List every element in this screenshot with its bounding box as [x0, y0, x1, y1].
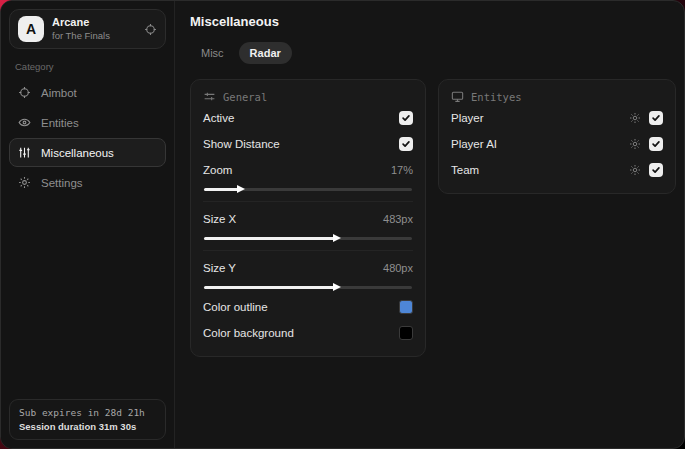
size-y-slider[interactable] — [204, 282, 412, 292]
active-checkbox[interactable] — [399, 111, 413, 125]
player-ai-checkbox[interactable] — [649, 137, 663, 151]
sidebar-item-label: Aimbot — [41, 87, 77, 99]
gear-icon — [18, 176, 31, 189]
sub-expires-text: Sub expires in 28d 21h — [19, 407, 156, 418]
color-row-background: Color background — [203, 322, 413, 344]
category-label: Category — [15, 61, 162, 72]
brand-name: Arcane — [52, 16, 136, 30]
show-distance-checkbox[interactable] — [399, 137, 413, 151]
team-checkbox[interactable] — [649, 163, 663, 177]
brand-card: A Arcane for The Finals — [9, 9, 166, 49]
color-background-swatch[interactable] — [399, 326, 413, 340]
entities-card: Entityes Player — [438, 79, 676, 194]
slider-group-size-y: Size Y 480px — [203, 250, 413, 292]
session-duration-text: Session duration 31m 30s — [19, 421, 156, 432]
check-icon — [651, 165, 661, 175]
entity-row-team: Team — [451, 159, 663, 181]
check-icon — [651, 139, 661, 149]
sliders-horizontal-icon — [203, 90, 216, 103]
sidebar: A Arcane for The Finals Category — [1, 1, 175, 448]
tab-bar: Misc Radar — [190, 42, 676, 64]
toggle-row-show-distance: Show Distance — [203, 133, 413, 155]
sidebar-item-label: Miscellaneous — [41, 147, 114, 159]
sidebar-item-entities[interactable]: Entities — [9, 108, 166, 137]
eye-icon — [18, 116, 31, 129]
slider-thumb[interactable] — [333, 234, 341, 242]
zoom-slider[interactable] — [204, 184, 412, 194]
sidebar-item-label: Settings — [41, 177, 83, 189]
crosshair-icon — [18, 86, 31, 99]
slider-thumb[interactable] — [333, 283, 341, 291]
card-title: General — [223, 91, 267, 103]
size-x-value: 483px — [383, 213, 413, 225]
tab-misc[interactable]: Misc — [190, 42, 235, 64]
app-window: A Arcane for The Finals Category — [0, 0, 685, 449]
color-row-outline: Color outline — [203, 296, 413, 318]
player-checkbox[interactable] — [649, 111, 663, 125]
check-icon — [401, 139, 411, 149]
brand-subtitle: for The Finals — [52, 30, 136, 42]
slider-group-zoom: Zoom 17% — [203, 159, 413, 194]
sidebar-item-aimbot[interactable]: Aimbot — [9, 78, 166, 107]
size-x-slider[interactable] — [204, 233, 412, 243]
cards-row: General Active Show Distance — [190, 79, 676, 357]
sliders-icon — [18, 146, 31, 159]
brand-logo: A — [18, 16, 44, 42]
slider-thumb[interactable] — [237, 185, 245, 193]
sidebar-item-settings[interactable]: Settings — [9, 168, 166, 197]
desktop-background: A Arcane for The Finals Category — [0, 0, 685, 449]
sidebar-item-label: Entities — [41, 117, 79, 129]
card-title: Entityes — [471, 91, 522, 103]
slider-group-size-x: Size X 483px — [203, 201, 413, 243]
main-content: Miscellaneous Misc Radar General — [175, 1, 685, 448]
sidebar-item-miscellaneous[interactable]: Miscellaneous — [9, 138, 166, 167]
check-icon — [401, 113, 411, 123]
toggle-row-active: Active — [203, 107, 413, 129]
crosshair-icon[interactable] — [144, 23, 157, 36]
session-box: Sub expires in 28d 21h Session duration … — [9, 399, 166, 440]
entity-row-player-ai: Player AI — [451, 133, 663, 155]
zoom-value: 17% — [391, 164, 413, 176]
entity-row-player: Player — [451, 107, 663, 129]
sidebar-nav: Aimbot Entities Miscellan — [9, 78, 166, 198]
color-outline-swatch[interactable] — [399, 300, 413, 314]
gear-icon[interactable] — [629, 164, 641, 176]
gear-icon[interactable] — [629, 138, 641, 150]
monitor-icon — [451, 90, 464, 103]
tab-radar[interactable]: Radar — [239, 42, 292, 64]
check-icon — [651, 113, 661, 123]
size-y-value: 480px — [383, 262, 413, 274]
gear-icon[interactable] — [629, 112, 641, 124]
page-title: Miscellaneous — [190, 14, 676, 29]
general-card: General Active Show Distance — [190, 79, 426, 357]
